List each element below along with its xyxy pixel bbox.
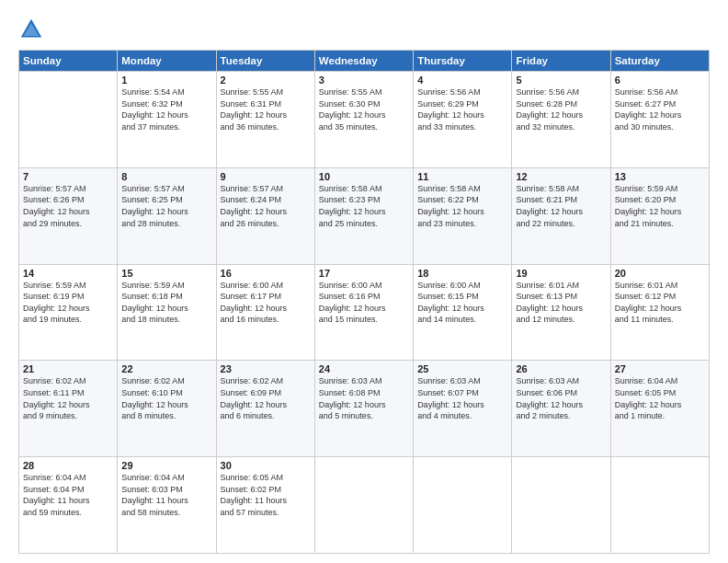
day-info: Sunrise: 5:59 AM Sunset: 6:19 PM Dayligh… bbox=[23, 280, 113, 326]
weekday-header-row: SundayMondayTuesdayWednesdayThursdayFrid… bbox=[19, 51, 710, 72]
calendar-cell: 12Sunrise: 5:58 AM Sunset: 6:21 PM Dayli… bbox=[512, 167, 610, 264]
day-info: Sunrise: 5:56 AM Sunset: 6:28 PM Dayligh… bbox=[516, 86, 606, 132]
day-info: Sunrise: 6:03 AM Sunset: 6:08 PM Dayligh… bbox=[319, 375, 409, 421]
weekday-header-tuesday: Tuesday bbox=[216, 51, 314, 72]
day-info: Sunrise: 5:57 AM Sunset: 6:24 PM Dayligh… bbox=[221, 183, 311, 229]
day-number: 19 bbox=[516, 268, 606, 279]
day-info: Sunrise: 5:57 AM Sunset: 6:25 PM Dayligh… bbox=[121, 183, 211, 229]
day-info: Sunrise: 5:55 AM Sunset: 6:31 PM Dayligh… bbox=[221, 86, 311, 132]
weekday-header-thursday: Thursday bbox=[414, 51, 512, 72]
calendar-week-row: 14Sunrise: 5:59 AM Sunset: 6:19 PM Dayli… bbox=[19, 264, 710, 361]
day-info: Sunrise: 6:03 AM Sunset: 6:07 PM Dayligh… bbox=[417, 375, 507, 421]
day-number: 13 bbox=[615, 171, 705, 182]
weekday-header-saturday: Saturday bbox=[610, 51, 709, 72]
day-number: 3 bbox=[319, 75, 409, 86]
day-number: 28 bbox=[23, 460, 113, 471]
calendar-cell: 15Sunrise: 5:59 AM Sunset: 6:18 PM Dayli… bbox=[118, 264, 216, 361]
calendar-cell: 3Sunrise: 5:55 AM Sunset: 6:30 PM Daylig… bbox=[314, 72, 413, 168]
day-number: 22 bbox=[121, 363, 211, 374]
day-number: 5 bbox=[516, 75, 606, 86]
day-number: 14 bbox=[23, 268, 113, 279]
day-number: 18 bbox=[417, 268, 507, 279]
day-number: 21 bbox=[23, 363, 113, 374]
calendar-cell bbox=[414, 457, 512, 554]
day-info: Sunrise: 6:00 AM Sunset: 6:15 PM Dayligh… bbox=[417, 280, 507, 326]
calendar-cell: 5Sunrise: 5:56 AM Sunset: 6:28 PM Daylig… bbox=[512, 72, 610, 168]
day-info: Sunrise: 5:56 AM Sunset: 6:27 PM Dayligh… bbox=[615, 86, 705, 132]
calendar-cell: 2Sunrise: 5:55 AM Sunset: 6:31 PM Daylig… bbox=[216, 72, 314, 168]
day-info: Sunrise: 5:59 AM Sunset: 6:20 PM Dayligh… bbox=[615, 183, 705, 229]
day-number: 23 bbox=[221, 363, 311, 374]
day-number: 12 bbox=[516, 171, 606, 182]
day-number: 11 bbox=[417, 171, 507, 182]
day-info: Sunrise: 6:01 AM Sunset: 6:12 PM Dayligh… bbox=[615, 280, 705, 326]
calendar-cell: 23Sunrise: 6:02 AM Sunset: 6:09 PM Dayli… bbox=[216, 361, 314, 457]
day-number: 20 bbox=[615, 268, 705, 279]
day-info: Sunrise: 6:03 AM Sunset: 6:06 PM Dayligh… bbox=[516, 375, 606, 421]
calendar-table: SundayMondayTuesdayWednesdayThursdayFrid… bbox=[18, 50, 710, 554]
day-number: 24 bbox=[319, 363, 409, 374]
day-number: 1 bbox=[121, 75, 211, 86]
day-number: 8 bbox=[121, 171, 211, 182]
calendar-cell: 29Sunrise: 6:04 AM Sunset: 6:03 PM Dayli… bbox=[118, 457, 216, 554]
day-info: Sunrise: 5:54 AM Sunset: 6:32 PM Dayligh… bbox=[121, 86, 211, 132]
day-info: Sunrise: 6:00 AM Sunset: 6:16 PM Dayligh… bbox=[319, 280, 409, 326]
calendar-cell: 17Sunrise: 6:00 AM Sunset: 6:16 PM Dayli… bbox=[314, 264, 413, 361]
day-info: Sunrise: 5:57 AM Sunset: 6:26 PM Dayligh… bbox=[23, 183, 113, 229]
calendar-cell: 14Sunrise: 5:59 AM Sunset: 6:19 PM Dayli… bbox=[19, 264, 118, 361]
day-info: Sunrise: 6:02 AM Sunset: 6:10 PM Dayligh… bbox=[121, 375, 211, 421]
calendar-cell: 11Sunrise: 5:58 AM Sunset: 6:22 PM Dayli… bbox=[414, 167, 512, 264]
calendar-cell: 9Sunrise: 5:57 AM Sunset: 6:24 PM Daylig… bbox=[216, 167, 314, 264]
calendar-cell bbox=[19, 72, 118, 168]
calendar-cell: 22Sunrise: 6:02 AM Sunset: 6:10 PM Dayli… bbox=[118, 361, 216, 457]
day-number: 9 bbox=[221, 171, 311, 182]
day-number: 16 bbox=[221, 268, 311, 279]
top-section bbox=[18, 17, 710, 42]
calendar-cell: 27Sunrise: 6:04 AM Sunset: 6:05 PM Dayli… bbox=[610, 361, 709, 457]
day-number: 4 bbox=[417, 75, 507, 86]
calendar-cell: 21Sunrise: 6:02 AM Sunset: 6:11 PM Dayli… bbox=[19, 361, 118, 457]
day-number: 17 bbox=[319, 268, 409, 279]
day-info: Sunrise: 6:05 AM Sunset: 6:02 PM Dayligh… bbox=[221, 472, 311, 518]
calendar-cell: 8Sunrise: 5:57 AM Sunset: 6:25 PM Daylig… bbox=[118, 167, 216, 264]
weekday-header-friday: Friday bbox=[512, 51, 610, 72]
day-info: Sunrise: 5:56 AM Sunset: 6:29 PM Dayligh… bbox=[417, 86, 507, 132]
day-number: 29 bbox=[121, 460, 211, 471]
calendar-cell: 6Sunrise: 5:56 AM Sunset: 6:27 PM Daylig… bbox=[610, 72, 709, 168]
day-number: 6 bbox=[615, 75, 705, 86]
calendar-cell: 20Sunrise: 6:01 AM Sunset: 6:12 PM Dayli… bbox=[610, 264, 709, 361]
calendar-cell: 19Sunrise: 6:01 AM Sunset: 6:13 PM Dayli… bbox=[512, 264, 610, 361]
calendar-cell: 13Sunrise: 5:59 AM Sunset: 6:20 PM Dayli… bbox=[610, 167, 709, 264]
calendar-cell bbox=[314, 457, 413, 554]
calendar-cell: 18Sunrise: 6:00 AM Sunset: 6:15 PM Dayli… bbox=[414, 264, 512, 361]
logo-icon bbox=[18, 17, 44, 42]
day-number: 26 bbox=[516, 363, 606, 374]
day-number: 25 bbox=[417, 363, 507, 374]
calendar-cell: 7Sunrise: 5:57 AM Sunset: 6:26 PM Daylig… bbox=[19, 167, 118, 264]
day-info: Sunrise: 5:58 AM Sunset: 6:21 PM Dayligh… bbox=[516, 183, 606, 229]
day-info: Sunrise: 6:02 AM Sunset: 6:09 PM Dayligh… bbox=[221, 375, 311, 421]
day-number: 30 bbox=[221, 460, 311, 471]
day-number: 15 bbox=[121, 268, 211, 279]
calendar-cell: 28Sunrise: 6:04 AM Sunset: 6:04 PM Dayli… bbox=[19, 457, 118, 554]
day-info: Sunrise: 6:04 AM Sunset: 6:04 PM Dayligh… bbox=[23, 472, 113, 518]
day-info: Sunrise: 6:04 AM Sunset: 6:05 PM Dayligh… bbox=[615, 375, 705, 421]
calendar-cell: 4Sunrise: 5:56 AM Sunset: 6:29 PM Daylig… bbox=[414, 72, 512, 168]
calendar-cell: 16Sunrise: 6:00 AM Sunset: 6:17 PM Dayli… bbox=[216, 264, 314, 361]
calendar-week-row: 21Sunrise: 6:02 AM Sunset: 6:11 PM Dayli… bbox=[19, 361, 710, 457]
calendar-week-row: 1Sunrise: 5:54 AM Sunset: 6:32 PM Daylig… bbox=[19, 72, 710, 168]
day-number: 7 bbox=[23, 171, 113, 182]
weekday-header-sunday: Sunday bbox=[19, 51, 118, 72]
day-info: Sunrise: 6:00 AM Sunset: 6:17 PM Dayligh… bbox=[221, 280, 311, 326]
day-info: Sunrise: 5:58 AM Sunset: 6:22 PM Dayligh… bbox=[417, 183, 507, 229]
calendar-cell: 25Sunrise: 6:03 AM Sunset: 6:07 PM Dayli… bbox=[414, 361, 512, 457]
day-info: Sunrise: 6:01 AM Sunset: 6:13 PM Dayligh… bbox=[516, 280, 606, 326]
logo bbox=[18, 17, 48, 42]
calendar-cell: 10Sunrise: 5:58 AM Sunset: 6:23 PM Dayli… bbox=[314, 167, 413, 264]
calendar-cell bbox=[610, 457, 709, 554]
page: SundayMondayTuesdayWednesdayThursdayFrid… bbox=[0, 0, 728, 563]
calendar-week-row: 7Sunrise: 5:57 AM Sunset: 6:26 PM Daylig… bbox=[19, 167, 710, 264]
day-number: 2 bbox=[221, 75, 311, 86]
day-info: Sunrise: 5:55 AM Sunset: 6:30 PM Dayligh… bbox=[319, 86, 409, 132]
day-number: 27 bbox=[615, 363, 705, 374]
